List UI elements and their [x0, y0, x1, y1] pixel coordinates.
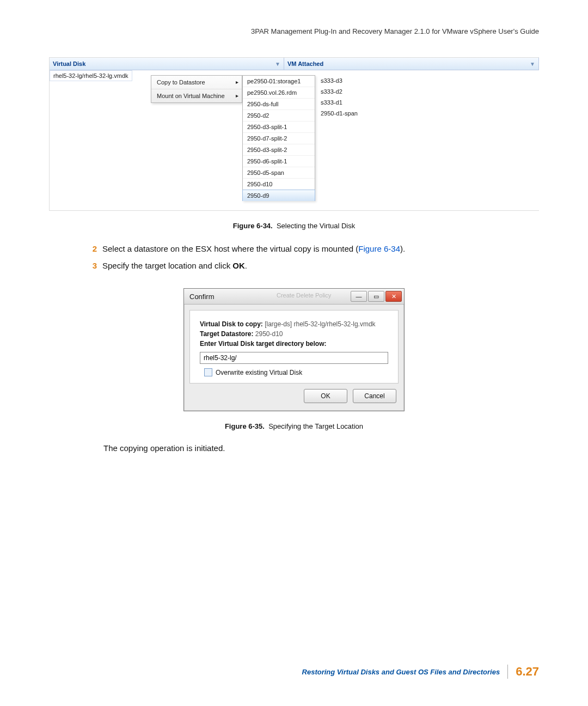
filter-icon[interactable]: ▼ — [275, 61, 280, 67]
page-number: 6.27 — [516, 665, 539, 679]
figure-text: Specifying the Target Location — [268, 422, 363, 430]
list-item[interactable]: 2950-d6-split-1 — [243, 156, 315, 167]
figure-caption-6-34: Figure 6-34. Selecting the Virtual Disk — [49, 222, 539, 230]
step-number: 3 — [87, 260, 97, 272]
list-item[interactable]: 2950-d1-span — [316, 108, 371, 119]
list-item[interactable]: s333-d1 — [316, 97, 371, 108]
column-header-label: Virtual Disk — [53, 60, 85, 67]
figure-6-34: Virtual Disk ▼ VM Attached ▼ rhel5-32-lg… — [49, 57, 539, 211]
figure-reference-link[interactable]: Figure 6-34 — [358, 244, 400, 253]
list-item-selected[interactable]: 2950-d9 — [242, 190, 315, 201]
overwrite-checkbox[interactable] — [204, 368, 212, 376]
step-number: 2 — [87, 243, 97, 255]
figure-label: Figure 6-35. — [225, 422, 265, 430]
vd-copy-value: [large-ds] rhel5-32-lg/rhel5-32-lg.vmdk — [265, 320, 375, 328]
list-item[interactable]: s333-d2 — [316, 86, 371, 97]
ghost-menu-text: Create Delete Policy — [277, 292, 331, 299]
list-item[interactable]: s333-d3 — [316, 75, 371, 86]
confirm-dialog: Confirm Create Delete Policy — ▭ ✕ Virtu… — [183, 288, 405, 411]
doc-header: 3PAR Management Plug-In and Recovery Man… — [49, 27, 539, 35]
column-header-vm-attached[interactable]: VM Attached ▼ — [284, 58, 539, 70]
minimize-button[interactable]: — — [351, 291, 367, 302]
doc-footer: Restoring Virtual Disks and Guest OS Fil… — [302, 665, 539, 679]
overwrite-label: Overwrite existing Virtual Disk — [216, 369, 302, 376]
list-item[interactable]: 2950-d2 — [243, 110, 315, 121]
body-text: The copying operation is initiated. — [103, 443, 539, 453]
dialog-titlebar: Confirm Create Delete Policy — ▭ ✕ — [184, 289, 404, 305]
list-item[interactable]: 2950-d7-split-2 — [243, 133, 315, 144]
menu-item-copy-to-datastore[interactable]: Copy to Datastore — [151, 76, 242, 89]
column-header-label: VM Attached — [287, 60, 323, 67]
datastore-submenu: pe2950-01:storage1 pe2950.vol.26.rdm 295… — [242, 75, 315, 201]
footer-divider — [507, 665, 508, 679]
datastore-submenu-col2: s333-d3 s333-d2 s333-d1 2950-d1-span — [316, 75, 371, 119]
list-item[interactable]: 2950-d3-split-2 — [243, 144, 315, 156]
footer-section-title: Restoring Virtual Disks and Guest OS Fil… — [302, 668, 500, 676]
list-item[interactable]: 2950-d3-split-1 — [243, 121, 315, 133]
figure-caption-6-35: Figure 6-35. Specifying the Target Locat… — [49, 422, 539, 430]
menu-item-mount-on-vm[interactable]: Mount on Virtual Machine — [151, 89, 242, 102]
list-item[interactable]: 2950-d10 — [243, 179, 315, 190]
list-item[interactable]: 2950-ds-full — [243, 99, 315, 110]
target-datastore-label: Target Datastore: — [200, 330, 253, 338]
vd-copy-label: Virtual Disk to copy: — [200, 320, 263, 328]
target-dir-label: Enter Virtual Disk target directory belo… — [200, 340, 327, 348]
cancel-button[interactable]: Cancel — [353, 389, 396, 403]
figure-text: Selecting the Virtual Disk — [277, 222, 355, 230]
context-menu: Copy to Datastore Mount on Virtual Machi… — [151, 75, 242, 103]
filter-icon[interactable]: ▼ — [530, 61, 535, 67]
column-header-virtual-disk[interactable]: Virtual Disk ▼ — [50, 58, 284, 70]
figure-label: Figure 6-34. — [233, 222, 273, 230]
ok-button[interactable]: OK — [304, 389, 347, 403]
target-dir-input[interactable] — [200, 352, 388, 364]
virtual-disk-row[interactable]: rhel5-32-lg/rhel5-32-lg.vmdk — [50, 70, 132, 81]
list-item[interactable]: pe2950-01:storage1 — [243, 76, 315, 87]
step-3: 3Specify the target location and click O… — [87, 260, 539, 272]
maximize-button[interactable]: ▭ — [368, 291, 384, 302]
list-item[interactable]: 2950-d5-span — [243, 167, 315, 179]
target-datastore-value: 2950-d10 — [255, 330, 283, 338]
dialog-title: Confirm — [189, 293, 215, 301]
list-item[interactable]: pe2950.vol.26.rdm — [243, 87, 315, 99]
step-2: 2Select a datastore on the ESX host wher… — [87, 243, 539, 255]
close-button[interactable]: ✕ — [385, 291, 402, 302]
